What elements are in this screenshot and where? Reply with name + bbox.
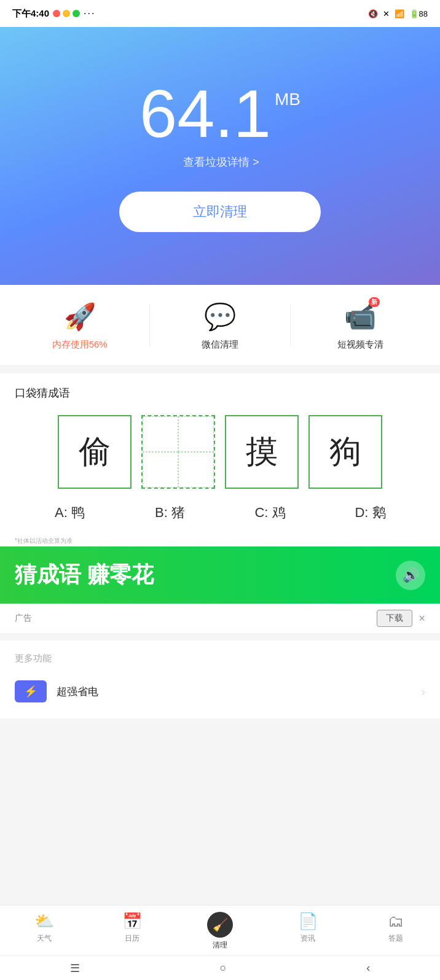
action-video[interactable]: 📹 新 短视频专清 <box>291 300 430 351</box>
tile-char-3: 狗 <box>329 430 361 473</box>
memory-icon-wrap: 🚀 <box>63 300 97 334</box>
choice-b-key: B: <box>155 505 171 520</box>
nav-calendar[interactable]: 📅 日历 <box>88 912 176 951</box>
video-icon: 📹 <box>344 304 376 330</box>
ad-speaker-icon: 🔊 <box>396 561 425 590</box>
choice-c-char: 鸡 <box>272 505 286 520</box>
status-ellipsis: ··· <box>84 8 95 19</box>
clean-button[interactable]: 立即清理 <box>119 192 321 232</box>
wechat-icon: 💬 <box>204 304 236 330</box>
tile-char-0: 偷 <box>79 430 111 473</box>
memory-icon: 🚀 <box>64 304 96 330</box>
wifi-icon: 📶 <box>395 9 404 18</box>
more-features-title: 更多功能 <box>15 653 425 664</box>
hero-size-display: 64.1 MB <box>139 80 301 147</box>
weather-icon: ⛅ <box>34 912 54 931</box>
clean-label: 清理 <box>213 940 227 951</box>
action-wechat[interactable]: 💬 微信清理 <box>150 300 289 351</box>
news-icon: 📄 <box>298 912 318 931</box>
game-section: 口袋猜成语 偷 摸 狗 A: 鸭 B: 猪 C: 鸡 D: 鹅 <box>0 373 440 534</box>
tile-1[interactable] <box>141 415 215 489</box>
ad-actions: 下载 × <box>377 610 425 627</box>
nav-clean[interactable]: 🧹 清理 <box>176 912 264 951</box>
weather-label: 天气 <box>37 933 52 944</box>
choice-b[interactable]: B: 猪 <box>120 504 220 522</box>
wechat-label: 微信清理 <box>202 339 238 351</box>
feature-arrow-icon: › <box>421 685 425 699</box>
hero-size-unit: MB <box>275 91 301 108</box>
choice-c[interactable]: C: 鸡 <box>220 504 320 522</box>
clean-icon: 🧹 <box>213 917 228 932</box>
hero-banner: 64.1 MB 查看垃圾详情 > 立即清理 <box>0 27 440 285</box>
system-bar: ☰ ○ ‹ <box>0 955 440 980</box>
game-title: 口袋猜成语 <box>15 386 425 400</box>
ad-container: *社体以活动全算为准 猜成语 赚零花 🔊 广告 下载 × <box>0 534 440 633</box>
idiom-tiles: 偷 摸 狗 <box>15 415 425 489</box>
quiz-icon: 🗂 <box>388 912 404 931</box>
tile-0[interactable]: 偷 <box>58 415 132 489</box>
status-time: 下午4:40 <box>12 8 49 20</box>
ad-hint: *社体以活动全算为准 <box>0 534 440 546</box>
feature-power-save[interactable]: ⚡ 超强省电 › <box>15 674 425 709</box>
dot-green <box>73 10 80 17</box>
quiz-label: 答题 <box>388 933 403 944</box>
battery-icon: 🔋88 <box>409 9 428 18</box>
choice-d[interactable]: D: 鹅 <box>320 504 420 522</box>
power-save-icon: ⚡ <box>15 680 47 702</box>
clean-icon-wrap: 🧹 <box>207 912 233 938</box>
video-label: 短视频专清 <box>337 339 383 351</box>
action-memory[interactable]: 🚀 内存使用56% <box>10 300 149 351</box>
calendar-icon: 📅 <box>122 912 142 931</box>
more-features: 更多功能 ⚡ 超强省电 › <box>0 640 440 718</box>
ad-banner[interactable]: 猜成语 赚零花 🔊 <box>0 546 440 604</box>
ad-label: 广告 <box>15 613 32 624</box>
tile-grid-1 <box>143 416 214 488</box>
quick-actions: 🚀 内存使用56% 💬 微信清理 📹 新 短视频专清 <box>0 285 440 366</box>
video-icon-wrap: 📹 新 <box>343 300 377 334</box>
menu-button[interactable]: ☰ <box>70 962 80 975</box>
dot-red <box>53 10 60 17</box>
tile-3[interactable]: 狗 <box>308 415 382 489</box>
memory-label: 内存使用56% <box>52 339 108 351</box>
tile-2[interactable]: 摸 <box>225 415 299 489</box>
bottom-nav: ⛅ 天气 📅 日历 🧹 清理 📄 资讯 🗂 答题 <box>0 905 440 955</box>
hero-subtitle[interactable]: 查看垃圾详情 > <box>181 155 259 169</box>
wechat-icon-wrap: 💬 <box>203 300 237 334</box>
choice-c-key: C: <box>254 505 272 520</box>
choices: A: 鸭 B: 猪 C: 鸡 D: 鹅 <box>15 504 425 522</box>
choice-a[interactable]: A: 鸭 <box>20 504 120 522</box>
choice-b-char: 猪 <box>171 505 185 520</box>
dot-yellow <box>63 10 70 17</box>
sim-icon: ✕ <box>383 9 390 18</box>
nav-news[interactable]: 📄 资讯 <box>264 912 352 951</box>
tile-char-2: 摸 <box>246 430 278 473</box>
nav-quiz[interactable]: 🗂 答题 <box>352 912 440 951</box>
calendar-label: 日历 <box>125 933 139 944</box>
news-label: 资讯 <box>301 933 315 944</box>
status-bar: 下午4:40 ··· 🔇 ✕ 📶 🔋88 <box>0 0 440 27</box>
nav-weather[interactable]: ⛅ 天气 <box>0 912 88 951</box>
back-button[interactable]: ‹ <box>366 962 370 974</box>
choice-d-char: 鹅 <box>372 505 386 520</box>
status-right: 🔇 ✕ 📶 🔋88 <box>368 9 428 18</box>
power-save-name: 超强省电 <box>57 685 98 699</box>
choice-d-key: D: <box>355 505 372 520</box>
choice-a-char: 鸭 <box>71 505 85 520</box>
new-badge: 新 <box>369 297 380 307</box>
home-button[interactable]: ○ <box>220 962 227 974</box>
hero-size-main: 64.1 <box>139 80 271 147</box>
ad-close-button[interactable]: × <box>418 612 425 625</box>
ad-text: 猜成语 赚零花 <box>15 560 154 590</box>
mute-icon: 🔇 <box>368 9 378 18</box>
choice-a-key: A: <box>55 505 71 520</box>
ad-download-button[interactable]: 下载 <box>377 610 412 627</box>
status-dots <box>53 10 80 17</box>
ad-footer: 广告 下载 × <box>0 604 440 633</box>
